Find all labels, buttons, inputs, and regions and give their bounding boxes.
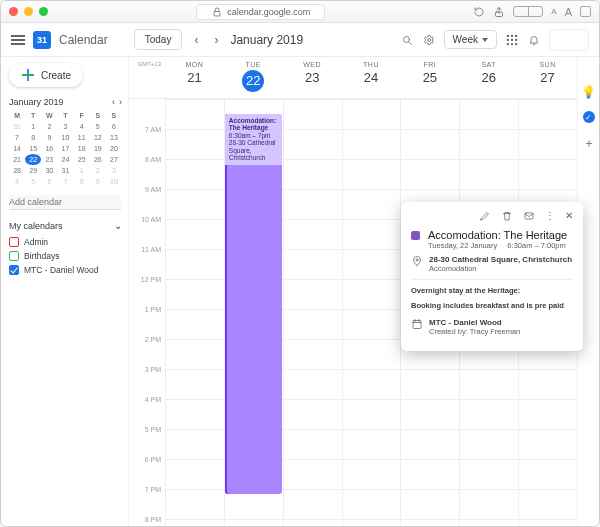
next-period-button[interactable]: ›: [210, 31, 222, 49]
close-window-icon[interactable]: [9, 7, 18, 16]
my-calendars-header[interactable]: My calendars ⌄: [9, 220, 122, 231]
tabs-overview-icon[interactable]: [513, 6, 543, 17]
day-header-cell[interactable]: SUN27: [518, 57, 577, 98]
day-header-cell[interactable]: FRI25: [400, 57, 459, 98]
day-header-cell[interactable]: TUE22: [224, 57, 283, 98]
email-guests-icon[interactable]: [523, 210, 535, 224]
mini-day[interactable]: 31: [57, 165, 73, 176]
mini-day[interactable]: 8: [74, 176, 90, 187]
mini-next-button[interactable]: ›: [119, 97, 122, 107]
mini-day[interactable]: 20: [106, 143, 122, 154]
mini-day[interactable]: 1: [25, 121, 41, 132]
day-column[interactable]: Accomodation: The Heritage6:30am – 7pm28…: [224, 99, 283, 526]
mini-day[interactable]: 4: [9, 176, 25, 187]
view-selector[interactable]: Week: [444, 30, 497, 49]
text-size-large[interactable]: A: [565, 6, 572, 18]
mini-day[interactable]: 16: [41, 143, 57, 154]
mini-day[interactable]: 17: [57, 143, 73, 154]
tasks-icon[interactable]: ✓: [583, 111, 595, 123]
mini-calendar-header: January 2019 ‹ ›: [9, 97, 122, 107]
mini-day[interactable]: 4: [74, 121, 90, 132]
svg-rect-14: [525, 213, 533, 219]
mini-day[interactable]: 2: [41, 121, 57, 132]
mini-day[interactable]: 18: [74, 143, 90, 154]
mini-day[interactable]: 7: [57, 176, 73, 187]
mini-day[interactable]: 9: [41, 132, 57, 143]
create-label: Create: [41, 70, 71, 81]
window-controls[interactable]: [9, 7, 48, 16]
reload-icon[interactable]: [473, 6, 485, 18]
keep-icon[interactable]: 💡: [581, 85, 596, 99]
mini-day[interactable]: 10: [106, 176, 122, 187]
minimize-window-icon[interactable]: [24, 7, 33, 16]
mini-day[interactable]: 30: [41, 165, 57, 176]
day-header-cell[interactable]: THU24: [342, 57, 401, 98]
mini-day[interactable]: 26: [90, 154, 106, 165]
mini-day[interactable]: 6: [106, 121, 122, 132]
mini-day[interactable]: 2: [90, 165, 106, 176]
day-header-cell[interactable]: SAT26: [459, 57, 518, 98]
mini-day[interactable]: 12: [90, 132, 106, 143]
prev-period-button[interactable]: ‹: [190, 31, 202, 49]
day-header-cell[interactable]: WED23: [283, 57, 342, 98]
popover-desc-line1: Overnight stay at the Heritage:: [411, 286, 573, 295]
mini-day[interactable]: 29: [25, 165, 41, 176]
calendar-list-item[interactable]: Admin: [9, 235, 122, 249]
notifications-bell-icon[interactable]: [527, 33, 541, 47]
day-column[interactable]: [165, 99, 224, 526]
calendar-list-item[interactable]: MTC - Daniel Wood: [9, 263, 122, 277]
mini-day[interactable]: 24: [57, 154, 73, 165]
mini-day[interactable]: 31: [9, 121, 25, 132]
address-bar[interactable]: calendar.google.com: [196, 4, 325, 20]
mini-day[interactable]: 15: [25, 143, 41, 154]
mini-day[interactable]: 13: [106, 132, 122, 143]
maximize-window-icon[interactable]: [39, 7, 48, 16]
delete-event-icon[interactable]: [501, 210, 513, 224]
mini-prev-button[interactable]: ‹: [112, 97, 115, 107]
options-icon[interactable]: ⋮: [545, 210, 555, 224]
create-button[interactable]: Create: [9, 63, 83, 87]
mini-day[interactable]: 14: [9, 143, 25, 154]
mini-day[interactable]: 27: [106, 154, 122, 165]
mini-day[interactable]: 7: [9, 132, 25, 143]
share-icon[interactable]: [493, 6, 505, 18]
settings-gear-icon[interactable]: [422, 33, 436, 47]
account-area[interactable]: [549, 29, 589, 51]
mini-day[interactable]: 5: [90, 121, 106, 132]
calendar-checkbox[interactable]: [9, 265, 19, 275]
calendar-list-item[interactable]: Birthdays: [9, 249, 122, 263]
add-addon-icon[interactable]: ＋: [583, 135, 595, 152]
calendar-checkbox[interactable]: [9, 251, 19, 261]
mini-day[interactable]: 1: [74, 165, 90, 176]
mini-day[interactable]: 5: [25, 176, 41, 187]
mini-day[interactable]: 23: [41, 154, 57, 165]
app-logo[interactable]: 31: [33, 31, 51, 49]
mini-day[interactable]: 28: [9, 165, 25, 176]
mini-calendar[interactable]: MTWTFSS311234567891011121314151617181920…: [9, 110, 122, 187]
today-button[interactable]: Today: [134, 29, 183, 50]
mini-day[interactable]: 3: [106, 165, 122, 176]
mini-day[interactable]: 10: [57, 132, 73, 143]
mini-day[interactable]: 21: [9, 154, 25, 165]
mini-day[interactable]: 22: [25, 154, 41, 165]
mini-day[interactable]: 9: [90, 176, 106, 187]
close-popover-icon[interactable]: ✕: [565, 210, 573, 224]
mini-day[interactable]: 19: [90, 143, 106, 154]
apps-grid-icon[interactable]: [505, 33, 519, 47]
mini-day[interactable]: 11: [74, 132, 90, 143]
new-tab-icon[interactable]: [580, 6, 591, 17]
add-calendar-input[interactable]: [9, 195, 121, 210]
mini-day[interactable]: 6: [41, 176, 57, 187]
mini-day[interactable]: 25: [74, 154, 90, 165]
text-size-small[interactable]: A: [551, 7, 556, 16]
day-header-cell[interactable]: MON21: [165, 57, 224, 98]
edit-event-icon[interactable]: [479, 210, 491, 224]
mini-day[interactable]: 3: [57, 121, 73, 132]
calendar-checkbox[interactable]: [9, 237, 19, 247]
mini-day[interactable]: 8: [25, 132, 41, 143]
search-icon[interactable]: [400, 33, 414, 47]
calendar-event[interactable]: Accomodation: The Heritage6:30am – 7pm28…: [225, 114, 282, 494]
main-menu-icon[interactable]: [11, 35, 25, 45]
day-column[interactable]: [342, 99, 401, 526]
day-column[interactable]: [283, 99, 342, 526]
